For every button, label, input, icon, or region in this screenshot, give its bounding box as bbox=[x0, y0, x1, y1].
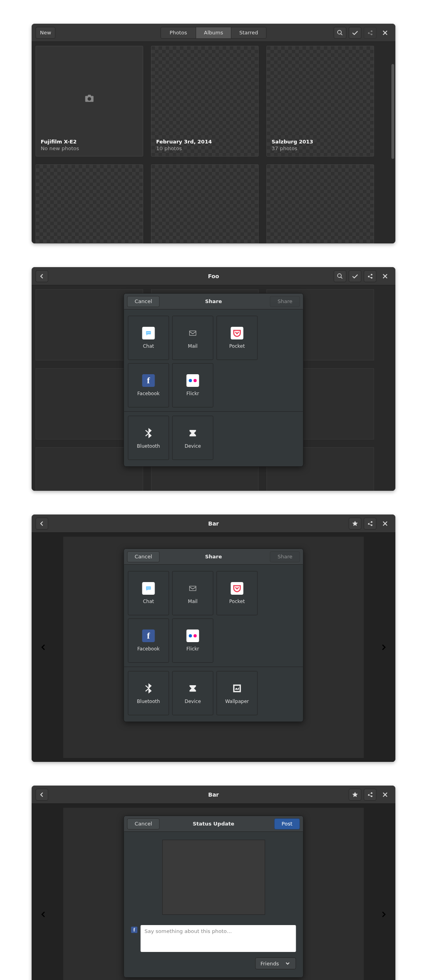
album-tile[interactable]: Salzburg 2013 37 photos bbox=[266, 46, 374, 156]
tab-albums[interactable]: Albums bbox=[196, 27, 231, 39]
star-button[interactable] bbox=[349, 518, 361, 530]
share-target-facebook[interactable]: fFacebook bbox=[128, 618, 169, 663]
share-target-bluetooth[interactable]: Bluetooth bbox=[128, 416, 169, 460]
photo-preview bbox=[162, 840, 265, 915]
mail-icon bbox=[187, 327, 199, 339]
cancel-button[interactable]: Cancel bbox=[127, 551, 160, 562]
share-dialog-window: Foo Cancel Share Share bbox=[32, 267, 395, 491]
new-button[interactable]: New bbox=[36, 27, 55, 39]
share-target-mail[interactable]: Mail bbox=[172, 571, 214, 615]
share-button[interactable] bbox=[364, 789, 376, 801]
album-subtitle: 10 photos bbox=[156, 145, 253, 151]
album-tile[interactable] bbox=[266, 164, 374, 243]
headerbar: Foo bbox=[32, 267, 395, 285]
chat-icon bbox=[142, 327, 155, 339]
share-target-chat[interactable]: Chat bbox=[128, 571, 169, 615]
pocket-icon bbox=[231, 327, 244, 339]
tile-label: Bluetooth bbox=[137, 699, 160, 704]
share-target-device[interactable]: Device bbox=[172, 671, 214, 715]
status-update-window: Bar Cancel Status Update Post f Say some… bbox=[32, 786, 395, 980]
close-button[interactable] bbox=[379, 27, 391, 39]
scrollbar[interactable] bbox=[391, 64, 394, 159]
device-icon bbox=[187, 682, 199, 695]
back-button[interactable] bbox=[36, 270, 48, 282]
share-action-button[interactable]: Share bbox=[270, 551, 300, 562]
dialog-title: Share bbox=[205, 554, 222, 560]
tile-label: Mail bbox=[188, 343, 197, 349]
album-tile[interactable]: Fujifilm X-E2 No new photos bbox=[36, 46, 143, 156]
close-icon bbox=[382, 792, 388, 798]
post-button[interactable]: Post bbox=[274, 818, 300, 829]
share-button[interactable] bbox=[364, 518, 376, 530]
view-switcher: Photos Albums Starred bbox=[161, 27, 266, 39]
album-tile[interactable] bbox=[151, 164, 259, 243]
facebook-icon: f bbox=[131, 927, 138, 933]
dialog-header: Cancel Status Update Post bbox=[124, 816, 303, 832]
tile-label: Flickr bbox=[186, 391, 199, 396]
select-button[interactable] bbox=[349, 270, 361, 282]
share-target-wallpaper[interactable]: Wallpaper bbox=[217, 671, 258, 715]
mail-icon bbox=[187, 582, 199, 595]
albums-window: New Photos Albums Starred Fujifilm X-E2 … bbox=[32, 24, 395, 243]
album-title: Fujifilm X-E2 bbox=[41, 139, 138, 145]
share-target-bluetooth[interactable]: Bluetooth bbox=[128, 671, 169, 715]
share-dialog: Cancel Share Share Chat Mail Pocket fFac… bbox=[124, 293, 304, 467]
close-button[interactable] bbox=[379, 518, 391, 530]
tile-label: Mail bbox=[188, 599, 197, 604]
share-button[interactable] bbox=[364, 27, 376, 39]
status-input[interactable]: Say something about this photo… bbox=[141, 925, 296, 952]
pocket-icon bbox=[231, 582, 244, 595]
tile-label: Device bbox=[185, 699, 201, 704]
share-target-mail[interactable]: Mail bbox=[172, 316, 214, 360]
share-target-pocket[interactable]: Pocket bbox=[217, 316, 258, 360]
viewer-share-window: Bar Cancel Share Share Chat Mail Pocket bbox=[32, 514, 395, 762]
select-button[interactable] bbox=[349, 27, 361, 39]
search-button[interactable] bbox=[334, 27, 346, 39]
tile-label: Facebook bbox=[137, 391, 159, 396]
share-target-pocket[interactable]: Pocket bbox=[217, 571, 258, 615]
status-dialog: Cancel Status Update Post f Say somethin… bbox=[124, 816, 304, 978]
star-icon bbox=[352, 520, 358, 527]
prev-button[interactable] bbox=[40, 910, 47, 918]
headerbar: Bar bbox=[32, 514, 395, 533]
star-button[interactable] bbox=[349, 789, 361, 801]
search-button[interactable] bbox=[334, 270, 346, 282]
content: Cancel Share Share Chat Mail Pocket fFac… bbox=[32, 285, 395, 491]
facebook-icon: f bbox=[142, 629, 155, 642]
camera-icon bbox=[83, 94, 95, 103]
viewer: Cancel Share Share Chat Mail Pocket fFac… bbox=[32, 533, 395, 762]
headerbar: New Photos Albums Starred bbox=[32, 24, 395, 42]
search-icon bbox=[337, 30, 343, 36]
back-button[interactable] bbox=[36, 518, 48, 530]
facebook-icon: f bbox=[142, 374, 155, 387]
chat-icon bbox=[142, 582, 155, 595]
dialog-header: Cancel Share Share bbox=[124, 549, 303, 565]
albums-content: Fujifilm X-E2 No new photos February 3rd… bbox=[32, 42, 395, 243]
prev-button[interactable] bbox=[40, 643, 47, 651]
tab-photos[interactable]: Photos bbox=[161, 27, 196, 39]
tile-label: Facebook bbox=[137, 646, 159, 652]
cancel-button[interactable]: Cancel bbox=[127, 296, 160, 307]
close-button[interactable] bbox=[379, 270, 391, 282]
share-target-chat[interactable]: Chat bbox=[128, 316, 169, 360]
tile-label: Pocket bbox=[229, 599, 245, 604]
search-icon bbox=[337, 273, 343, 279]
back-icon bbox=[39, 273, 45, 279]
share-action-button[interactable]: Share bbox=[270, 296, 300, 307]
tab-starred[interactable]: Starred bbox=[231, 27, 266, 39]
close-button[interactable] bbox=[379, 789, 391, 801]
share-target-flickr[interactable]: Flickr bbox=[172, 618, 214, 663]
next-button[interactable] bbox=[380, 910, 387, 918]
next-button[interactable] bbox=[380, 643, 387, 651]
cancel-button[interactable]: Cancel bbox=[127, 818, 160, 829]
check-icon bbox=[352, 273, 358, 279]
privacy-dropdown[interactable]: Friends bbox=[255, 957, 296, 969]
share-target-facebook[interactable]: fFacebook bbox=[128, 363, 169, 407]
share-target-device[interactable]: Device bbox=[172, 416, 214, 460]
share-target-flickr[interactable]: Flickr bbox=[172, 363, 214, 407]
album-tile[interactable] bbox=[36, 164, 143, 243]
share-button[interactable] bbox=[364, 270, 376, 282]
album-tile[interactable]: February 3rd, 2014 10 photos bbox=[151, 46, 259, 156]
back-button[interactable] bbox=[36, 789, 48, 801]
window-title: Bar bbox=[208, 520, 219, 527]
